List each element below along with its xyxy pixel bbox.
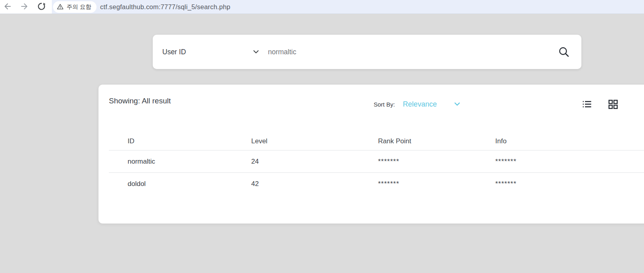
forward-button[interactable]	[19, 2, 30, 12]
showing-label: Showing: All result	[109, 97, 171, 105]
search-category-select[interactable]: User ID	[153, 35, 260, 69]
cell-rank-point: *******	[378, 158, 495, 166]
reload-button[interactable]	[36, 2, 47, 12]
search-input[interactable]	[268, 35, 543, 69]
cell-id: normaltic	[128, 158, 251, 166]
search-button[interactable]	[557, 46, 570, 58]
chevron-down-icon	[253, 50, 259, 54]
table-header-row: ID Level Rank Point Info	[109, 133, 644, 150]
table-row: normaltic 24 ******* *******	[109, 150, 644, 173]
warning-icon	[57, 3, 64, 10]
browser-window: 주의 요함 ctf.segfaulthub.com:7777/sqli_5/se…	[0, 0, 644, 273]
forward-arrow-icon	[20, 2, 29, 12]
cell-info: *******	[495, 180, 644, 188]
reload-icon	[37, 2, 46, 12]
search-category-value: User ID	[162, 48, 186, 56]
url-text: ctf.segfaulthub.com:7777/sqli_5/search.p…	[100, 3, 230, 11]
list-view-icon	[582, 99, 592, 109]
table-row: doldol 42 ******* *******	[109, 173, 644, 195]
column-header-level: Level	[251, 137, 378, 145]
column-header-info: Info	[495, 137, 644, 145]
results-panel: Showing: All result Sort By: Relevance	[98, 85, 644, 224]
list-view-button[interactable]	[582, 99, 592, 109]
cell-id: doldol	[128, 180, 251, 188]
address-bar[interactable]: 주의 요함 ctf.segfaulthub.com:7777/sqli_5/se…	[52, 0, 644, 14]
grid-view-button[interactable]	[608, 99, 618, 109]
sort-select[interactable]: Relevance	[395, 100, 460, 109]
cell-info: *******	[495, 158, 644, 166]
security-chip-label: 주의 요함	[67, 3, 91, 11]
security-chip[interactable]: 주의 요함	[53, 1, 97, 13]
column-header-rank-point: Rank Point	[378, 137, 495, 145]
sort-selected-value: Relevance	[403, 100, 437, 109]
chevron-down-icon	[454, 102, 460, 106]
cell-rank-point: *******	[378, 180, 495, 188]
column-header-id: ID	[128, 137, 251, 145]
search-bar: User ID	[153, 35, 581, 69]
results-table: ID Level Rank Point Info normaltic 24 **…	[109, 133, 644, 195]
search-icon	[558, 46, 570, 58]
back-arrow-icon	[3, 2, 12, 12]
back-button[interactable]	[2, 2, 13, 12]
grid-view-icon	[608, 99, 618, 109]
sort-by-label: Sort By:	[374, 101, 395, 108]
cell-level: 24	[251, 158, 378, 166]
browser-toolbar: 주의 요함 ctf.segfaulthub.com:7777/sqli_5/se…	[0, 0, 644, 14]
sort-controls: Sort By: Relevance	[374, 99, 460, 109]
cell-level: 42	[251, 180, 378, 188]
